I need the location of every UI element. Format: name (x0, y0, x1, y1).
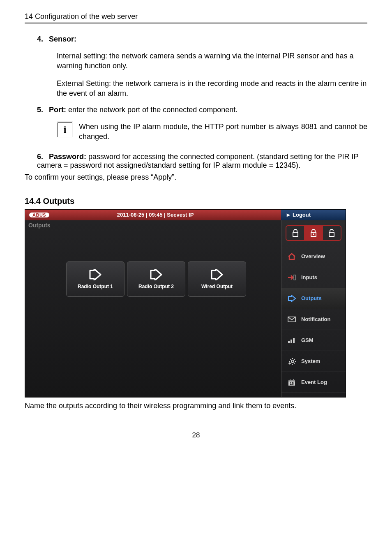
list-number: 5. (37, 106, 47, 114)
svg-rect-10 (290, 379, 291, 381)
output-arrow-icon (286, 295, 297, 302)
svg-point-5 (291, 360, 294, 363)
gear-icon: ✦ (286, 357, 297, 365)
nav-overview[interactable]: Overview (281, 246, 346, 267)
calendar-icon: 18 (286, 378, 297, 386)
svg-text:18: 18 (290, 381, 294, 386)
brand-logo: ABUS (29, 213, 49, 217)
list-number: 4. (37, 35, 47, 44)
arm-toggle-group[interactable] (286, 225, 341, 241)
list-item-5: 5. Port: enter the network port of the c… (37, 106, 367, 114)
nav-gsm[interactable]: GSM (281, 330, 346, 351)
tile-wired-output[interactable]: Wired Output (188, 261, 246, 297)
nav-label: Notification (301, 316, 331, 322)
output-arrow-icon (149, 269, 163, 280)
list-item-6: 6. Password: password for accessing the … (37, 153, 367, 170)
tile-radio-output-1[interactable]: Radio Output 1 (66, 261, 125, 297)
section-heading: 14.4 Outputs (25, 196, 367, 206)
list-label: Sensor: (49, 35, 76, 43)
nav-notification[interactable]: Notification (281, 309, 346, 330)
home-icon (286, 253, 297, 260)
svg-point-0 (313, 233, 314, 235)
signal-bars-icon (286, 337, 297, 344)
tile-radio-output-2[interactable]: Radio Output 2 (127, 261, 185, 297)
envelope-icon (286, 317, 297, 322)
panel-title: Outputs (25, 220, 281, 229)
nav-event-log[interactable]: 18 Event Log (281, 372, 346, 393)
info-callout: i When using the IP alarm module, the HT… (57, 122, 367, 142)
list-number: 6. (37, 153, 47, 161)
topbar: ABUS 2011-08-25 | 09:45 | Secvest IP ▶ L… (25, 210, 346, 220)
topbar-title: 2011-08-25 | 09:45 | Secvest IP (54, 212, 281, 218)
logout-button[interactable]: ▶ Logout (281, 210, 346, 220)
paragraph: External Setting: the network camera is … (57, 79, 367, 99)
list-text: enter the network port of the connected … (66, 106, 238, 114)
nav-label: Inputs (301, 274, 317, 280)
topbar-left: ABUS 2011-08-25 | 09:45 | Secvest IP (25, 210, 281, 220)
output-arrow-icon (88, 269, 102, 280)
svg-rect-2 (288, 341, 290, 343)
main-panel: Outputs Radio Output 1 Radio Output 2 (25, 220, 281, 397)
tile-label: Radio Output 1 (78, 284, 113, 289)
nav-label: GSM (301, 337, 314, 343)
nav-label: Event Log (301, 379, 327, 385)
paragraph: Internal setting: the network camera sen… (57, 51, 367, 71)
nav-label: System (301, 358, 320, 364)
info-icon: i (57, 122, 73, 138)
tile-label: Radio Output 2 (138, 284, 174, 289)
list-item-4: 4. Sensor: (37, 35, 367, 44)
list-label: Password: (49, 153, 86, 161)
figure-caption: Name the outputs according to their wire… (25, 401, 367, 411)
confirm-text: To confirm your settings, please press “… (25, 173, 367, 182)
arm-home-icon[interactable] (304, 226, 323, 240)
list-label: Port: (49, 106, 66, 114)
outputs-screenshot: ABUS 2011-08-25 | 09:45 | Secvest IP ▶ L… (25, 209, 346, 398)
svg-rect-4 (293, 338, 295, 343)
svg-rect-11 (293, 379, 294, 381)
tile-label: Wired Output (201, 284, 233, 289)
svg-rect-3 (291, 340, 292, 343)
nav-label: Outputs (301, 295, 322, 301)
nav-system[interactable]: ✦ System (281, 351, 346, 372)
arm-locked-icon[interactable] (286, 226, 304, 240)
arm-unlocked-icon[interactable] (323, 226, 341, 240)
page-header: 14 Configuration of the web server (25, 12, 367, 23)
side-panel: Overview Inputs Outputs Notification (281, 220, 346, 397)
info-text: When using the IP alarm module, the HTTP… (79, 122, 367, 142)
nav-label: Overview (301, 253, 325, 259)
svg-text:✦: ✦ (288, 362, 291, 365)
arrow-icon: ▶ (287, 213, 290, 217)
nav-inputs[interactable]: Inputs (281, 267, 346, 288)
page-number: 28 (25, 431, 367, 439)
nav-outputs[interactable]: Outputs (281, 288, 346, 309)
logout-label: Logout (293, 212, 311, 218)
input-arrow-icon (286, 274, 297, 281)
arm-state-row (281, 220, 346, 246)
output-arrow-icon (210, 269, 224, 280)
